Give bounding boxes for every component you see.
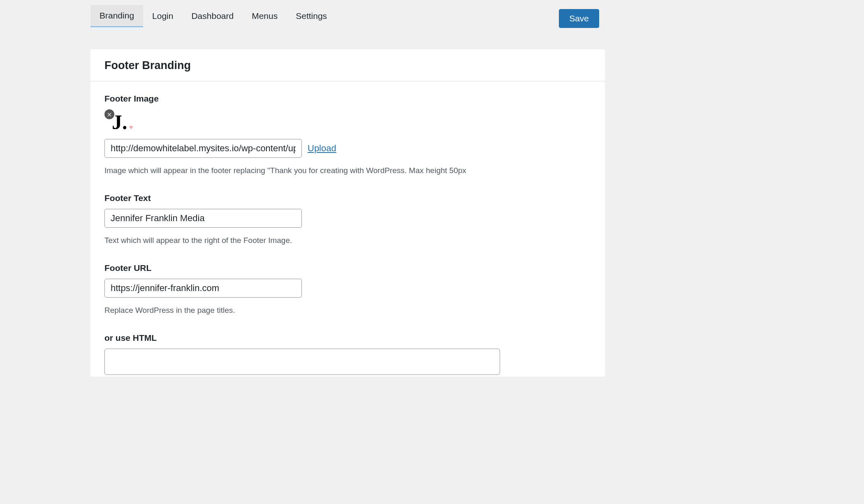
logo-preview-icon: J.♥ xyxy=(112,112,127,132)
tab-branding[interactable]: Branding xyxy=(90,5,143,27)
tab-login[interactable]: Login xyxy=(143,5,182,27)
footer-image-url-input[interactable] xyxy=(104,139,302,158)
heart-icon: ♥ xyxy=(129,124,133,131)
footer-url-input[interactable] xyxy=(104,279,302,298)
footer-url-description: Replace WordPress in the page titles. xyxy=(104,306,591,315)
tab-dashboard[interactable]: Dashboard xyxy=(182,5,243,27)
footer-html-section: or use HTML xyxy=(104,333,591,377)
card-header: Footer Branding xyxy=(90,49,605,81)
footer-url-label: Footer URL xyxy=(104,263,591,273)
upload-link[interactable]: Upload xyxy=(308,143,336,154)
footer-html-label: or use HTML xyxy=(104,333,591,343)
tab-settings[interactable]: Settings xyxy=(287,5,336,27)
footer-image-section: Footer Image J.♥ Upload Image which will… xyxy=(104,94,591,175)
footer-text-section: Footer Text Text which will appear to th… xyxy=(104,193,591,245)
footer-image-label: Footer Image xyxy=(104,94,591,104)
footer-image-description: Image which will appear in the footer re… xyxy=(104,166,591,175)
footer-html-textarea[interactable] xyxy=(104,349,500,375)
settings-card: Footer Branding Footer Image J.♥ Upload xyxy=(90,49,605,377)
tab-menus[interactable]: Menus xyxy=(243,5,287,27)
save-button[interactable]: Save xyxy=(559,9,599,28)
tabs: Branding Login Dashboard Menus Settings xyxy=(90,5,559,27)
footer-url-section: Footer URL Replace WordPress in the page… xyxy=(104,263,591,315)
footer-text-input[interactable] xyxy=(104,209,302,228)
card-title: Footer Branding xyxy=(104,59,591,72)
tabs-bar: Branding Login Dashboard Menus Settings … xyxy=(90,0,605,28)
footer-image-preview: J.♥ xyxy=(104,109,127,132)
footer-text-label: Footer Text xyxy=(104,193,591,203)
footer-text-description: Text which will appear to the right of t… xyxy=(104,236,591,245)
